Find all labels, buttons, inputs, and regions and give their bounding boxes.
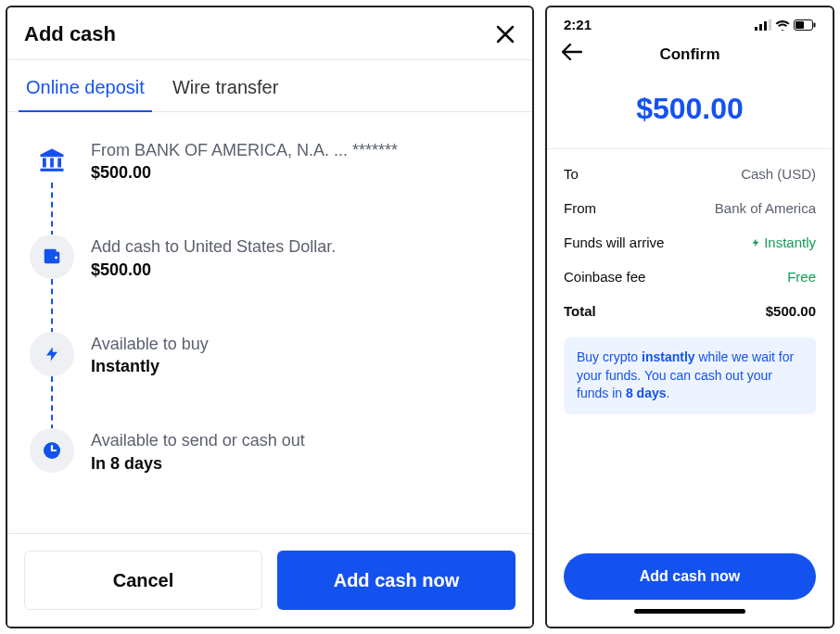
bank-icon	[30, 138, 74, 183]
svg-rect-3	[41, 169, 64, 171]
row-key: Coinbase fee	[564, 269, 645, 285]
row-from: From Bank of America	[564, 191, 816, 225]
row-value: Bank of America	[715, 200, 816, 216]
close-icon[interactable]	[495, 24, 515, 44]
back-arrow-icon[interactable]	[562, 44, 582, 60]
add-cash-now-button[interactable]: Add cash now	[277, 551, 515, 610]
step-available-cashout: Available to send or cash out In 8 days	[30, 428, 514, 482]
row-key: Total	[564, 303, 596, 319]
step-from-bank: From BANK OF AMERICA, N.A. ... ******* $…	[30, 138, 514, 235]
step-amount: $500.00	[91, 163, 398, 183]
clock: 2:21	[564, 17, 592, 32]
page-title: Confirm	[659, 45, 719, 64]
row-value: Cash (USD)	[741, 166, 816, 182]
svg-rect-1	[50, 158, 54, 168]
wifi-icon	[775, 19, 790, 31]
svg-rect-9	[759, 24, 762, 31]
cancel-button[interactable]: Cancel	[24, 551, 262, 610]
step-value: In 8 days	[91, 454, 305, 474]
confirm-amount: $500.00	[547, 84, 833, 148]
step-label: Add cash to United States Dollar.	[91, 236, 336, 258]
row-fee: Coinbase fee Free	[564, 260, 816, 294]
svg-rect-13	[795, 21, 804, 29]
add-cash-now-button[interactable]: Add cash now	[564, 553, 816, 600]
tab-wire-transfer[interactable]: Wire transfer	[171, 60, 280, 111]
step-label: Available to send or cash out	[91, 430, 305, 451]
summary-rows: To Cash (USD) From Bank of America Funds…	[547, 149, 833, 332]
row-key: Funds will arrive	[564, 235, 664, 250]
confirm-screen: 2:21 Confirm $500.00 To Cash (USD) From …	[545, 6, 834, 628]
svg-point-6	[55, 257, 57, 260]
status-bar: 2:21	[547, 7, 833, 36]
info-banner: Buy crypto instantly while we wait for y…	[564, 337, 816, 414]
step-label: Available to buy	[91, 334, 209, 355]
row-value: Instantly	[751, 235, 816, 250]
row-to: To Cash (USD)	[564, 157, 816, 191]
step-value: Instantly	[91, 357, 209, 376]
modal-footer: Cancel Add cash now	[7, 533, 532, 627]
wallet-icon	[30, 235, 74, 279]
svg-rect-11	[769, 19, 771, 31]
step-available-buy: Available to buy Instantly	[30, 332, 514, 428]
tab-online-deposit[interactable]: Online deposit	[24, 60, 146, 111]
modal-title: Add cash	[24, 22, 116, 46]
lightning-icon	[751, 236, 760, 249]
add-cash-modal: Add cash Online deposit Wire transfer Fr…	[6, 6, 534, 628]
row-total: Total $500.00	[564, 294, 816, 328]
row-key: From	[564, 200, 596, 216]
row-value: $500.00	[766, 303, 816, 319]
clock-icon	[30, 428, 74, 473]
home-indicator	[634, 609, 745, 614]
step-label: From BANK OF AMERICA, N.A. ... *******	[91, 140, 398, 161]
svg-rect-10	[764, 21, 767, 31]
signal-icon	[755, 19, 771, 31]
step-amount: $500.00	[91, 260, 336, 280]
battery-icon	[794, 19, 816, 31]
lightning-icon	[30, 332, 74, 376]
tabs: Online deposit Wire transfer	[7, 60, 532, 112]
svg-rect-8	[755, 27, 757, 31]
row-key: To	[564, 166, 579, 182]
row-funds-arrive: Funds will arrive Instantly	[564, 225, 816, 260]
step-add-cash-usd: Add cash to United States Dollar. $500.0…	[30, 235, 514, 331]
svg-rect-0	[43, 158, 46, 168]
svg-rect-2	[57, 158, 61, 168]
steps-timeline: From BANK OF AMERICA, N.A. ... ******* $…	[7, 112, 532, 533]
svg-rect-14	[814, 22, 816, 27]
row-value: Free	[787, 269, 816, 285]
svg-rect-5	[45, 249, 57, 254]
